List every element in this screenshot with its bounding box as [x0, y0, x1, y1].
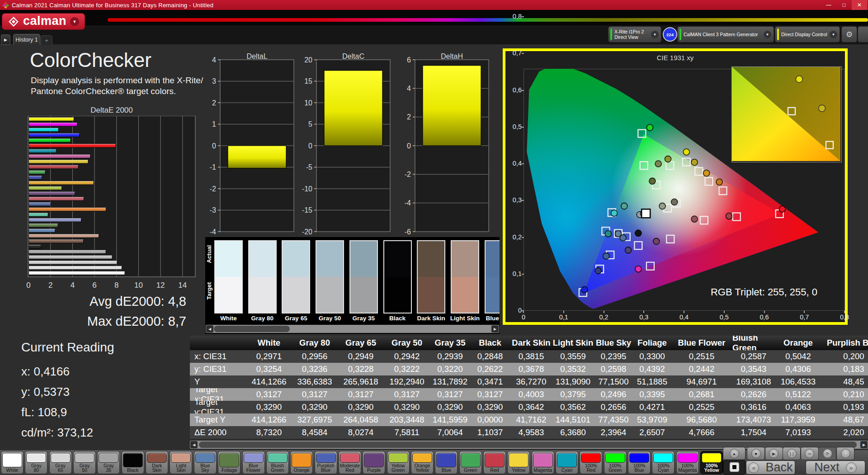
swatch-label: Light Skin: [450, 315, 480, 322]
pattern-source-name: CalMAN Client 3 Pattern Generator: [684, 32, 758, 37]
display-control-dropdown[interactable]: Direct Display Control ▼: [775, 26, 840, 43]
table-cell: 117,3959: [775, 413, 821, 426]
scroll-right-icon[interactable]: ▶: [491, 325, 499, 332]
tick-mark: [522, 53, 524, 54]
pattern-button-orange-yellow[interactable]: Orange Yellow: [411, 451, 434, 474]
pattern-button-100-green[interactable]: 100% Green: [604, 451, 627, 474]
pattern-label: 100% Yellow: [704, 463, 719, 473]
table-header-row: WhiteGray 80Gray 65Gray 50Gray 35BlackDa…: [190, 336, 868, 350]
refresh-button[interactable]: ⟳: [818, 447, 836, 460]
close-button[interactable]: ✕: [852, 0, 867, 10]
play-button[interactable]: ▶: [765, 447, 783, 460]
table-cell: 327,6975: [292, 413, 338, 426]
edge-partial-button[interactable]: [858, 26, 868, 43]
table-cell: 0,193: [821, 401, 868, 413]
next-button[interactable]: Next »: [806, 461, 865, 475]
pattern-button-gray-80[interactable]: Gray 80: [25, 451, 47, 474]
stop-button[interactable]: ■: [747, 447, 765, 460]
table-cell: 0,3254: [246, 363, 292, 375]
svg-text:6: 6: [92, 281, 96, 290]
table-cell: 48,67: [821, 413, 868, 426]
column-header-black: Black: [470, 336, 510, 350]
pattern-button-100-yellow[interactable]: 100% Yellow: [700, 451, 723, 474]
swatch-scroll-thumb[interactable]: [214, 326, 290, 332]
pattern-button-black[interactable]: Black: [122, 451, 144, 474]
pattern-button-yellow[interactable]: Yellow: [507, 451, 530, 474]
minimize-button[interactable]: —: [821, 0, 836, 10]
swatch-label: Blue Sky: [484, 315, 500, 322]
measured-marker: [595, 268, 601, 274]
record-button[interactable]: [836, 447, 854, 460]
deltae2000-svg: 02468101214: [22, 116, 203, 293]
pattern-chip: [485, 453, 505, 467]
tick-mark: [643, 311, 644, 313]
refresh-icon: ⟳: [823, 449, 832, 458]
eject-button[interactable]: ▲: [723, 447, 745, 460]
pattern-source-dropdown[interactable]: CalMAN Client 3 Pattern Generator ▼: [677, 26, 774, 43]
svg-text:-2: -2: [210, 185, 216, 193]
pattern-button-red[interactable]: Red: [483, 451, 506, 474]
pattern-button-cyan[interactable]: Cyan: [556, 451, 578, 474]
pattern-button-foliage[interactable]: Foliage: [218, 451, 241, 474]
swatch-actual: [316, 241, 343, 277]
measured-marker: [611, 210, 618, 216]
pattern-button-green[interactable]: Green: [459, 451, 482, 474]
pattern-button-blue-sky[interactable]: Blue Sky: [194, 451, 217, 474]
swatch-gray-35: [349, 240, 378, 314]
meter-dropdown[interactable]: X-Rite i1Pro 2 Direct View ▼: [608, 26, 661, 43]
pattern-button-100-red[interactable]: 100% Red: [580, 451, 602, 474]
pattern-button-gray-35[interactable]: Gray 35: [97, 451, 120, 474]
pattern-label: Red: [490, 468, 499, 473]
table-cell: 0,2681: [671, 388, 732, 401]
tick-mark: [764, 311, 765, 313]
cie-ytick: 0,1: [506, 270, 522, 277]
tab-history-1[interactable]: History 1: [13, 34, 40, 45]
pattern-button-yellow-green[interactable]: Yellow Green: [387, 451, 410, 474]
tick-mark: [604, 311, 604, 313]
pattern-button-white[interactable]: White: [1, 451, 24, 474]
scroll-left-icon[interactable]: ◀: [190, 441, 198, 448]
table-cell: 96,5680: [671, 413, 732, 426]
calman-menu-button[interactable]: calman ▼: [2, 13, 85, 30]
swatch-target: [215, 277, 242, 313]
row-label: Target y:CIE31: [190, 401, 246, 413]
pattern-window-button[interactable]: [723, 460, 745, 475]
pattern-button-light-skin[interactable]: Light Skin: [170, 451, 192, 474]
pattern-button-bluish-green[interactable]: Bluish Green: [266, 451, 289, 474]
pattern-button-100-blue[interactable]: 100% Blue: [628, 451, 651, 474]
cie-xtick: 0,7: [795, 314, 813, 321]
svg-text:0: 0: [26, 281, 30, 290]
maximize-button[interactable]: □: [836, 0, 852, 10]
table-cell: 0,3290: [338, 401, 384, 413]
table-cell: 0,3127: [338, 388, 384, 401]
chevron-down-icon: ▼: [70, 17, 79, 26]
table-cell: 0,2598: [594, 363, 633, 375]
loop-button[interactable]: ∞: [801, 447, 819, 460]
pattern-button-purplish-blue[interactable]: Purplish Blue: [315, 451, 337, 474]
scroll-left-icon[interactable]: ◀: [206, 325, 213, 332]
title-bar: Calman 2021 Calman Ultimate for Business…: [0, 0, 868, 10]
pattern-button-blue[interactable]: Blue: [435, 451, 458, 474]
meter-count-badge[interactable]: 224: [663, 27, 677, 42]
pattern-button-purple[interactable]: Purple: [363, 451, 385, 474]
table-cell: 0,200: [821, 350, 868, 363]
pattern-button-orange[interactable]: Orange: [290, 451, 313, 474]
back-label: Back: [765, 461, 793, 475]
pattern-button-gray-50[interactable]: Gray 50: [73, 451, 96, 474]
swatch-scrollbar[interactable]: ◀▶: [206, 325, 499, 333]
pattern-button-blue-flower[interactable]: Blue Flower: [242, 451, 265, 474]
pattern-button-100-magenta[interactable]: 100% Magenta: [676, 451, 699, 474]
interval-button[interactable]: [·]: [783, 447, 801, 460]
pattern-button-magenta[interactable]: Magenta: [532, 451, 554, 474]
tab-scroll-button[interactable]: ▶: [1, 34, 10, 45]
back-button[interactable]: « Back: [746, 461, 795, 475]
pattern-button-gray-65[interactable]: Gray 65: [49, 451, 72, 474]
play-icon: ▶: [769, 449, 778, 458]
add-tab-button[interactable]: +: [41, 35, 52, 45]
pattern-button-100-cyan[interactable]: 100% Cyan: [652, 451, 675, 474]
gear-icon[interactable]: ⚙: [841, 26, 857, 43]
pattern-button-moderate-red[interactable]: Moderate Red: [339, 451, 361, 474]
loop-icon: ∞: [805, 449, 814, 458]
pattern-button-dark-skin[interactable]: Dark Skin: [146, 451, 168, 474]
scroll-right-icon[interactable]: ▶: [860, 441, 868, 448]
